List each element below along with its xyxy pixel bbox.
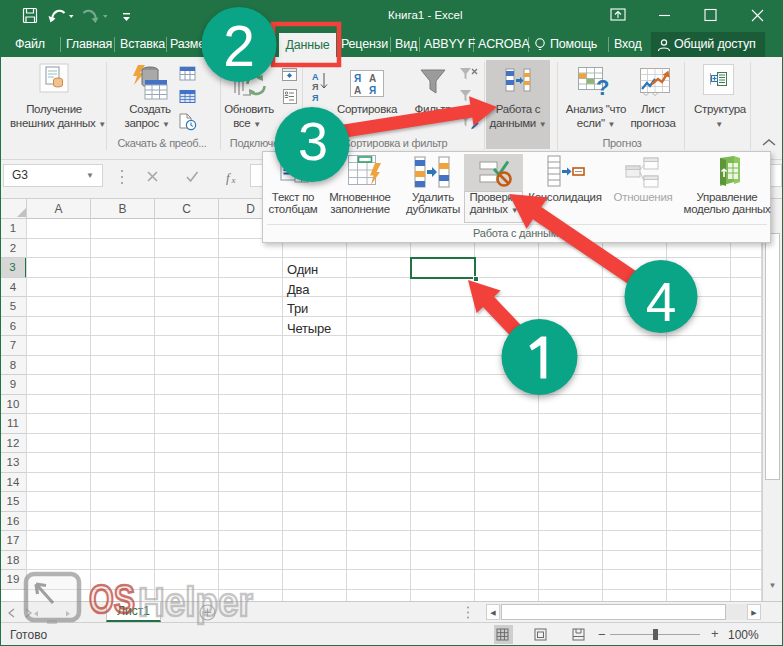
svg-text:3: 3 [298, 111, 328, 171]
svg-text:4: 4 [646, 271, 677, 333]
svg-text:2: 2 [223, 14, 255, 78]
